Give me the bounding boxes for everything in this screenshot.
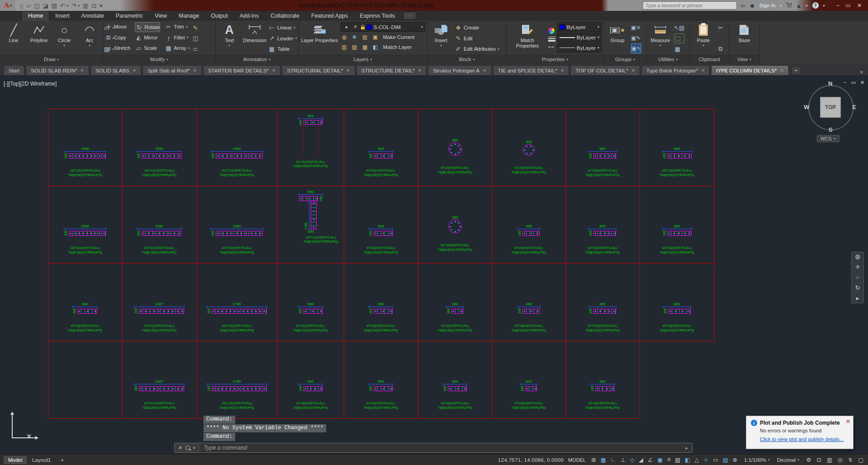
chevron-down-icon[interactable]: ▾ [702,43,704,48]
lineweight-icon[interactable]: ≡ [666,456,671,463]
selection-cycling-icon[interactable]: ◧ [684,456,691,463]
panel-title-block[interactable]: Block▾ [427,55,506,63]
quick-access-icon[interactable]: ▥ [826,456,833,463]
graphics-performance-icon[interactable]: ↯ [847,456,854,463]
pan-icon[interactable]: ✛ [855,264,860,270]
edit-block-button[interactable]: ✎Edit [455,34,499,43]
orbit-icon[interactable]: ↻ [855,285,860,291]
edit-attributes-button[interactable]: ✐Edit Attributes▾ [455,44,499,53]
layer-off-icon[interactable]: ▤ [361,34,369,40]
isometric-drafting-icon[interactable]: ◢ [638,456,644,463]
new-layout-button[interactable]: + [56,456,68,464]
ribbon-tab-featured-apps[interactable]: Featured Apps [305,11,354,21]
command-line[interactable]: ✕ ▾ Type a command ▲ [174,443,693,453]
scale-button[interactable]: ▱Scale [135,43,160,53]
layer-freeze-icon[interactable]: ❄ [351,34,358,40]
snap-mode-icon[interactable]: ▦ [600,456,607,463]
plot-icon[interactable]: ▤ [52,3,57,9]
ribbon-tab-insert[interactable]: Insert [49,11,75,21]
file-tab-solid-slab-rein-[interactable]: SOLID SLAB REIN*✕ [26,65,89,75]
linetype-dropdown[interactable]: ByLayer▾ [557,43,602,53]
rotate-button[interactable]: ↻Rotate [135,22,160,32]
viewport-controls-label[interactable]: [-][Top][2D Wireframe] [4,81,57,87]
line-button[interactable]: ╱Line [2,22,25,54]
create-block-button[interactable]: ❖Create [455,23,499,32]
dimension-button[interactable]: Dimension [243,22,266,54]
app-store-cart-icon[interactable] [786,2,792,9]
file-tab-split-slab-at-roof-[interactable]: Split Slab at Roof*✕ [142,65,202,75]
match-properties-button[interactable]: Match Properties [508,22,546,54]
sign-in-caret-icon[interactable]: ▾ [780,4,782,8]
new-file-icon[interactable]: ▯ [20,3,23,9]
group-edit-button[interactable]: ▣✎ [631,34,641,43]
copy-button[interactable]: ⧉Copy [105,33,130,42]
close-tab-icon[interactable]: ✕ [272,68,275,73]
model-space-toggle[interactable]: MODEL [568,457,586,463]
viewport-close-button[interactable]: ✕ [860,80,864,86]
linear-dimension-button[interactable]: ⊢Linear▾ [268,23,297,32]
layout1-tab[interactable]: Layout1 [28,456,55,464]
units-control[interactable]: Decimal▾ [776,457,801,463]
file-tab-solid-slabs[interactable]: SOLID SLABS✕ [90,65,141,75]
panel-title-view[interactable]: View▾ [729,55,759,63]
close-tab-icon[interactable]: ✕ [560,68,564,73]
viewcube-west[interactable]: W [804,104,809,110]
ribbon-tab-view[interactable]: View [149,11,173,21]
undo-icon[interactable]: ↶ [60,3,65,9]
chevron-down-icon[interactable]: ▾ [498,47,499,51]
file-tab-type-column-details-[interactable]: tYPE COLUMN DETAILS*✕ [711,65,788,75]
file-tab-tie-and-splice-detail-[interactable]: TIE and SPLICE DETAIL*✕ [493,65,569,75]
annotation-scale-control[interactable]: 1:1/100%▾ [743,457,771,463]
polyline-button[interactable]: Polyline [27,22,51,54]
ribbon-tab-output[interactable]: Output [205,11,234,21]
model-tab[interactable]: Model [4,456,27,464]
close-tab-icon[interactable]: ✕ [133,68,136,73]
dynamic-ucs-icon[interactable]: △ [694,456,700,463]
polar-tracking-icon[interactable]: ◇ [629,456,636,463]
measure-button[interactable]: Measure▾ [649,22,672,54]
close-tab-icon[interactable]: ✕ [631,68,635,73]
tab-overflow-icon[interactable]: » [859,71,865,74]
viewcube-north[interactable]: N [828,80,832,87]
chevron-down-icon[interactable]: ▾ [659,43,661,48]
ribbon-tab-home[interactable]: Home [22,11,49,21]
paste-button[interactable]: Paste▾ [692,22,715,54]
chevron-down-icon[interactable]: ▾ [193,446,195,450]
command-expand-icon[interactable]: ▲ [684,446,688,450]
insert-block-button[interactable]: Insert▾ [429,22,453,54]
chevron-down-icon[interactable]: ▾ [66,4,68,8]
ribbon-tab-annotate[interactable]: Annotate [76,11,110,21]
group-selection-toggle[interactable]: ▣↖ [631,43,641,53]
selection-filter-icon[interactable]: ▤ [722,456,729,463]
ribbon-tab-parametric[interactable]: Parametric [110,11,149,21]
close-button[interactable]: ✕ [857,0,862,11]
viewcube-east[interactable]: E [852,104,856,110]
ortho-mode-icon[interactable]: ⊥ [620,456,626,463]
cut-button[interactable]: ✂ [717,23,724,32]
panel-title-draw[interactable]: Draw▾ [0,55,103,63]
infer-constraints-icon[interactable]: ∟ [610,456,617,463]
layer-on-bulb-icon[interactable]: ● [343,24,350,29]
chevron-down-icon[interactable]: ▾ [440,43,442,48]
fillet-button[interactable]: ╭Fillet▾ [165,33,190,42]
circle-button[interactable]: ○Circle▾ [52,22,76,54]
lineweight-dropdown[interactable]: ByLayer▾ [557,33,602,42]
minimize-button[interactable]: − [836,0,840,11]
ribbon-tab-collaborate[interactable]: Collaborate [265,11,305,21]
grid-display-icon[interactable]: ⊞ [590,456,597,463]
transparency-icon[interactable]: ▨ [674,456,681,463]
plot-preview-icon[interactable]: ⊡ [91,3,96,9]
notification-details-link[interactable]: Click to view plot and publish details..… [760,436,844,442]
chevron-down-icon[interactable]: ▾ [186,25,188,29]
help-caret-icon[interactable]: ▾ [823,4,825,8]
group-button[interactable]: [▣]★ Group [606,22,629,54]
chevron-down-icon[interactable]: ▾ [63,43,65,48]
close-tab-icon[interactable]: ✕ [780,68,783,73]
layer-properties-button[interactable]: Layer Properties [300,22,339,54]
help-icon[interactable]: ? [812,2,819,9]
chevron-down-icon[interactable]: ▾ [598,35,599,39]
chevron-down-icon[interactable]: ▾ [598,46,599,50]
autodesk-caret-icon[interactable]: ▾ [806,4,808,8]
mirror-button[interactable]: ◭Mirror [135,33,160,42]
qat-menu-icon[interactable]: ▾ [100,3,103,9]
